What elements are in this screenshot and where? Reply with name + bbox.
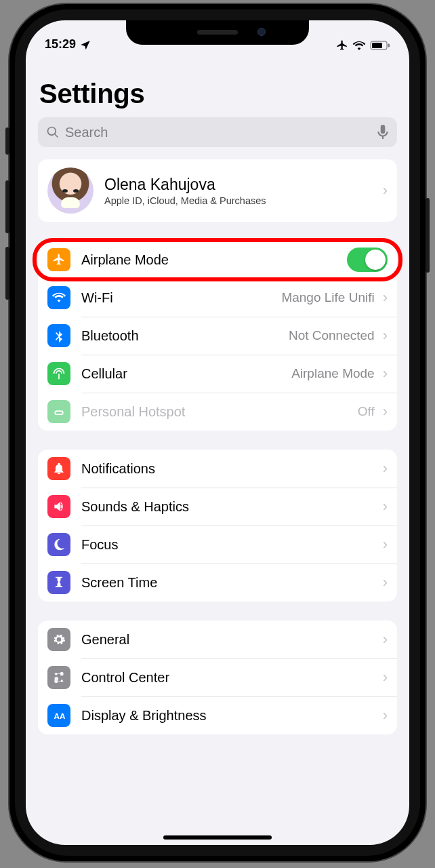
profile-subtitle: Apple ID, iCloud, Media & Purchases bbox=[104, 195, 380, 206]
connectivity-group: Airplane Mode Wi-Fi Mango Life Unifi › B… bbox=[38, 241, 397, 431]
row-label: Airplane Mode bbox=[81, 252, 347, 268]
chevron-right-icon: › bbox=[383, 182, 388, 199]
chevron-right-icon: › bbox=[383, 574, 388, 591]
airplane-status-icon bbox=[336, 39, 348, 52]
profile-group: Olena Kahujova Apple ID, iCloud, Media &… bbox=[38, 159, 397, 222]
hotspot-icon bbox=[47, 400, 70, 423]
chevron-right-icon: › bbox=[383, 498, 388, 515]
wifi-status-icon bbox=[352, 41, 366, 50]
control-center-icon bbox=[47, 666, 70, 689]
chevron-right-icon: › bbox=[383, 460, 388, 477]
row-detail: Airplane Mode bbox=[291, 366, 375, 381]
svg-rect-1 bbox=[372, 43, 382, 48]
svg-text:AA: AA bbox=[54, 711, 66, 720]
svg-rect-2 bbox=[388, 44, 390, 47]
device-frame: 15:29 Settings Search bbox=[9, 4, 426, 861]
bluetooth-icon bbox=[47, 324, 70, 347]
row-detail: Mango Life Unifi bbox=[281, 290, 374, 305]
notifications-row[interactable]: Notifications › bbox=[38, 450, 397, 488]
row-label: Personal Hotspot bbox=[81, 404, 358, 420]
personal-hotspot-row[interactable]: Personal Hotspot Off › bbox=[38, 393, 397, 431]
profile-name: Olena Kahujova bbox=[104, 176, 380, 194]
focus-icon bbox=[47, 533, 70, 556]
screen-time-icon bbox=[47, 571, 70, 594]
airplane-icon bbox=[47, 248, 70, 271]
general-group: General › Control Center › AA Display & … bbox=[38, 620, 397, 734]
wifi-icon bbox=[47, 286, 70, 309]
volume-down-button bbox=[5, 247, 9, 300]
mute-switch bbox=[5, 127, 9, 155]
page-title: Settings bbox=[39, 79, 396, 109]
svg-point-3 bbox=[55, 673, 57, 675]
screen: 15:29 Settings Search bbox=[26, 20, 409, 845]
row-detail: Off bbox=[358, 404, 375, 419]
wifi-row[interactable]: Wi-Fi Mango Life Unifi › bbox=[38, 279, 397, 317]
apple-id-row[interactable]: Olena Kahujova Apple ID, iCloud, Media &… bbox=[38, 159, 397, 222]
chevron-right-icon: › bbox=[383, 669, 388, 686]
screen-time-row[interactable]: Screen Time › bbox=[38, 564, 397, 601]
row-label: Screen Time bbox=[81, 575, 380, 591]
chevron-right-icon: › bbox=[383, 631, 388, 648]
status-time: 15:29 bbox=[45, 37, 76, 52]
row-label: General bbox=[81, 632, 380, 648]
airplane-mode-toggle[interactable] bbox=[347, 248, 388, 272]
chevron-right-icon: › bbox=[383, 403, 388, 420]
bluetooth-row[interactable]: Bluetooth Not Connected › bbox=[38, 317, 397, 355]
focus-row[interactable]: Focus › bbox=[38, 526, 397, 564]
row-label: Bluetooth bbox=[81, 328, 289, 344]
control-center-row[interactable]: Control Center › bbox=[38, 658, 397, 696]
search-icon bbox=[46, 125, 60, 139]
chevron-right-icon: › bbox=[383, 289, 388, 307]
svg-point-4 bbox=[61, 679, 63, 682]
row-label: Notifications bbox=[81, 461, 380, 477]
system-group: Notifications › Sounds & Haptics › Focus… bbox=[38, 450, 397, 601]
row-label: Focus bbox=[81, 537, 380, 553]
search-field[interactable]: Search bbox=[38, 117, 397, 147]
display-icon: AA bbox=[47, 704, 70, 727]
general-row[interactable]: General › bbox=[38, 620, 397, 658]
page-header: Settings bbox=[26, 54, 409, 115]
row-label: Wi-Fi bbox=[81, 290, 281, 306]
chevron-right-icon: › bbox=[383, 536, 388, 553]
power-button bbox=[426, 198, 430, 273]
location-icon bbox=[80, 39, 91, 50]
search-placeholder: Search bbox=[65, 125, 371, 140]
airplane-mode-row[interactable]: Airplane Mode bbox=[38, 241, 397, 279]
cellular-icon bbox=[47, 362, 70, 385]
volume-up-button bbox=[5, 180, 9, 233]
sounds-icon bbox=[47, 495, 70, 518]
row-label: Display & Brightness bbox=[81, 708, 380, 724]
home-indicator[interactable] bbox=[163, 835, 272, 840]
row-detail: Not Connected bbox=[289, 328, 375, 343]
chevron-right-icon: › bbox=[383, 707, 388, 724]
battery-status-icon bbox=[370, 41, 390, 50]
row-label: Control Center bbox=[81, 670, 380, 686]
mic-icon[interactable] bbox=[377, 125, 389, 140]
avatar bbox=[47, 167, 94, 214]
cellular-row[interactable]: Cellular Airplane Mode › bbox=[38, 355, 397, 393]
row-label: Cellular bbox=[81, 366, 291, 382]
row-label: Sounds & Haptics bbox=[81, 499, 380, 515]
notch bbox=[126, 20, 309, 45]
general-icon bbox=[47, 628, 70, 651]
sounds-row[interactable]: Sounds & Haptics › bbox=[38, 488, 397, 526]
chevron-right-icon: › bbox=[383, 365, 388, 382]
chevron-right-icon: › bbox=[383, 327, 388, 344]
display-brightness-row[interactable]: AA Display & Brightness › bbox=[38, 696, 397, 734]
notifications-icon bbox=[47, 457, 70, 480]
